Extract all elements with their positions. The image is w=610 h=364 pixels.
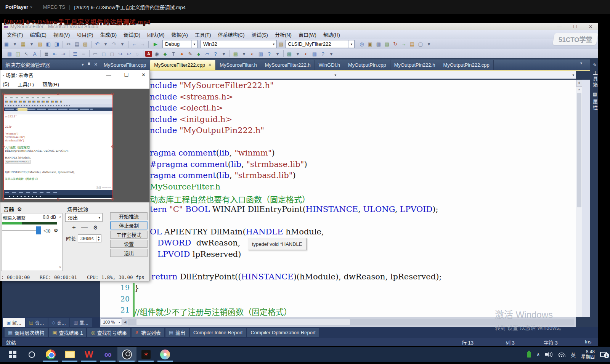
display-options-button[interactable]: ▥ <box>6 50 13 58</box>
app1-dropdown[interactable]: ▾ <box>240 50 248 58</box>
dock-tab-类…[interactable]: ◇类… <box>48 318 69 327</box>
menu-item[interactable]: 团队(M) <box>147 31 165 38</box>
toolbar-options-dropdown[interactable]: ▾ <box>425 40 433 48</box>
obs-menu-item[interactable]: 帮助(H) <box>42 80 59 88</box>
help2-dropdown[interactable]: ▾ <box>274 50 281 58</box>
navigate-forward-button[interactable]: → <box>139 40 146 48</box>
obs-preview-area[interactable]: er252.1" 22.h" "winmm")"strmbase.lib")st… <box>0 89 149 202</box>
add-transition-button[interactable]: + <box>72 224 76 231</box>
obs-menu-item[interactable]: (S) <box>3 81 9 87</box>
notification-icon[interactable]: 1 <box>600 352 607 357</box>
start-debugging-button[interactable]: ▶ <box>152 40 159 48</box>
dock-tab-属…[interactable]: ▥属… <box>70 318 92 327</box>
save-all-button[interactable]: ◨ <box>53 40 61 48</box>
menu-item[interactable]: 分析(N) <box>275 31 292 38</box>
clock[interactable]: 8:48星期四 <box>581 349 595 360</box>
tray-expand-icon[interactable]: ∧ <box>536 352 540 357</box>
package-button[interactable]: ▤ <box>408 40 416 48</box>
indent-increase-button[interactable]: ⇥ <box>59 50 67 58</box>
contrast1-button[interactable]: ◐ <box>249 50 256 58</box>
refresh-button[interactable]: ↻ <box>392 40 399 48</box>
obs-button-开始推流[interactable]: 开始推流 <box>110 212 148 220</box>
usb-tray-icon[interactable] <box>527 352 531 358</box>
source-gear-icon[interactable]: ⚙ <box>54 228 58 233</box>
code-editor[interactable]: typedef void *HANDLE nclude "MySourceFil… <box>100 80 576 317</box>
selection-handle[interactable] <box>111 198 114 200</box>
edit-doc-button[interactable]: ▱ <box>203 50 211 58</box>
text-case-button[interactable]: A <box>31 50 39 58</box>
contrast2-button[interactable]: ◐ <box>302 50 310 58</box>
tab-close-icon[interactable]: ✕ <box>208 63 212 67</box>
close-button[interactable]: ✕ <box>589 24 592 29</box>
editor-zoom-combo[interactable]: 100 %▾ <box>101 318 122 326</box>
menu-item[interactable]: 帮助(H) <box>323 31 340 38</box>
bubble-button[interactable]: ◻ <box>100 50 108 58</box>
bookmark-next-button[interactable]: ↪ <box>117 50 124 58</box>
obs-button-工作室模式[interactable]: 工作室模式 <box>110 231 148 239</box>
undo-button[interactable]: ↶ <box>93 40 101 48</box>
editor-vertical-scrollbar[interactable]: ⇕ ▲ <box>576 80 582 317</box>
fruit-tool-button[interactable]: ● <box>178 50 186 58</box>
potplayer-menu-caret[interactable]: ˅ <box>30 5 32 9</box>
mixer-gear-icon[interactable]: ⚙ <box>17 206 22 212</box>
immediate-window-button[interactable]: ▥ <box>375 40 382 48</box>
menu-item[interactable]: 工具(T) <box>195 31 211 38</box>
schema-button[interactable]: ◫ <box>14 50 22 58</box>
obs-capture-source[interactable]: er252.1" 22.h" "winmm")"strmbase.lib")st… <box>3 94 113 199</box>
bubble2-button[interactable]: ◻ <box>108 50 116 58</box>
speaker-icon[interactable]: ◁)) <box>43 228 51 233</box>
transition-combo[interactable]: 淡出▾ <box>65 213 103 222</box>
window-position-dropdown-icon[interactable]: ▾ <box>82 62 84 67</box>
solution-explorer-header[interactable]: 解决方案资源管理器 ▾ ✕ <box>2 59 100 70</box>
selection-handle[interactable] <box>2 93 5 95</box>
obs-button-设置[interactable]: 设置 <box>110 240 148 248</box>
panel-tab-查找符号结果[interactable]: ◎查找符号结果 <box>87 328 130 337</box>
menu-item[interactable]: 调试(D) <box>124 31 140 38</box>
window-button[interactable]: ▢ <box>417 40 424 48</box>
panel-tab-错误列表[interactable]: ✗错误列表 <box>132 328 164 337</box>
command-window-button[interactable]: ▣ <box>366 40 374 48</box>
selection-handle[interactable] <box>57 93 59 95</box>
help-button[interactable]: ? <box>212 50 219 58</box>
pointer-button[interactable]: ↖ <box>22 50 30 58</box>
panel-tab-调用层次结构[interactable]: ▦调用层次结构 <box>5 328 48 337</box>
new-project-button[interactable]: ▣ <box>3 40 10 48</box>
tab-MyOutputPin222.h[interactable]: MyOutputPin222.h <box>390 60 440 70</box>
explorer-icon[interactable] <box>60 347 79 362</box>
volume-slider-handle[interactable] <box>36 226 41 234</box>
open-file-button[interactable]: ▨ <box>36 40 44 48</box>
help3-dropdown[interactable]: ▾ <box>327 50 335 58</box>
members-dropdown[interactable]: ▾ <box>338 71 576 79</box>
obs-menu-item[interactable]: 工具(T) <box>18 80 34 88</box>
tab-MySourceFilter.cpp[interactable]: MySourceFilter.cpp <box>100 60 150 70</box>
obs-button-停止录制[interactable]: 停止录制 <box>110 221 148 229</box>
flame-icon[interactable]: ✶ <box>136 347 156 362</box>
dock-tab-资…[interactable]: ▤资… <box>26 318 47 327</box>
menu-item[interactable]: 测试(S) <box>252 31 268 38</box>
app2-button[interactable]: ▩ <box>286 50 293 58</box>
scroll-up-icon[interactable]: ∧ <box>59 215 61 219</box>
pin-icon[interactable] <box>88 63 90 67</box>
snapshot-button[interactable]: ◉ <box>153 50 161 58</box>
transition-gear-icon[interactable]: ⚙ <box>93 224 98 231</box>
undo-dropdown[interactable]: ▾ <box>102 40 109 48</box>
outline-button[interactable]: ≣ <box>43 50 50 58</box>
selection-handle[interactable] <box>111 145 114 148</box>
ime-indicator[interactable]: 英 <box>571 351 576 358</box>
text-tool-button[interactable]: T <box>170 50 177 58</box>
bookmark-prev-button[interactable]: ↩ <box>125 50 133 58</box>
selection-handle[interactable] <box>57 198 59 200</box>
panel-tab-输出[interactable]: ▤输出 <box>165 328 189 337</box>
volume-slider[interactable] <box>2 230 40 231</box>
comment-button[interactable]: ☰ <box>71 50 79 58</box>
doc2-button[interactable]: ▥ <box>311 50 318 58</box>
app1-button[interactable]: ▩ <box>232 50 239 58</box>
scroll-up-icon[interactable]: ▲ <box>576 87 582 92</box>
menu-item[interactable]: 项目(P) <box>77 31 93 38</box>
redo-dropdown[interactable]: ▾ <box>119 40 126 48</box>
close-button[interactable]: ✕ <box>141 72 146 78</box>
selection-handle[interactable] <box>2 198 5 200</box>
potplayer-titlebar[interactable]: PotPlayer ˅ MPEG TS | [20/22] 6-7.DShow手… <box>0 0 610 14</box>
menu-item[interactable]: 视图(V) <box>53 31 70 38</box>
platform-combo[interactable]: Win32▾ <box>201 40 277 48</box>
